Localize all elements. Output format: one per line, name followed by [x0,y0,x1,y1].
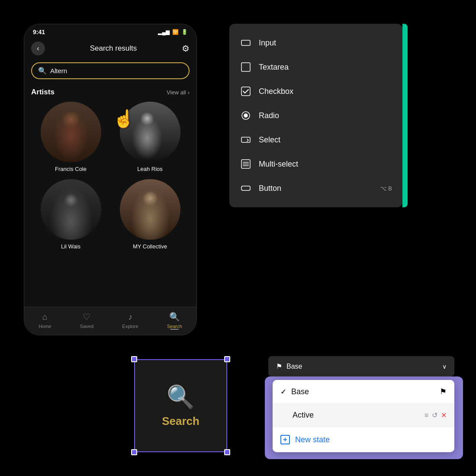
state-row-base[interactable]: ✓ Base ⚑ [273,380,454,404]
radio-label: Radio [259,111,279,120]
selection-handle-tr[interactable] [224,356,230,362]
state-header-label: Base [286,363,438,370]
dropdown-item-radio[interactable]: Radio [229,103,402,128]
search-component: 🔍 Search [134,359,227,452]
menu-icon[interactable]: ≡ [425,412,428,419]
search-component-label: Search [162,415,199,428]
nav-item-home[interactable]: ⌂ Home [39,312,51,329]
artist-avatar-1 [41,102,101,162]
selection-handle-bl[interactable] [131,449,137,455]
state-panel: ⚑ Base ∨ ✓ Base ⚑ Active ≡ ↺ ✕ [268,356,454,452]
state-row-active[interactable]: Active ≡ ↺ ✕ [273,404,454,427]
search-input-row[interactable]: 🔍 Altern [31,62,190,79]
svg-rect-10 [241,186,250,190]
artist-name-3: Lil Wais [61,243,80,250]
artist-item[interactable]: Leah Rios [114,102,186,172]
artist-name-4: MY Collective [133,243,167,250]
back-button[interactable]: ‹ [31,42,45,55]
select-icon [240,134,252,146]
artists-label: Artists [31,88,55,96]
flag-icon: ⚑ [276,362,282,370]
selection-handle-tl[interactable] [131,356,137,362]
artist-item[interactable]: Lil Wais [35,179,107,250]
reset-icon[interactable]: ↺ [432,411,437,419]
nav-label-search: Search [167,324,182,329]
delete-icon[interactable]: ✕ [441,411,447,419]
base-flag-icon: ⚑ [440,387,447,396]
chevron-right-icon: › [188,89,190,96]
checkbox-icon [240,85,252,97]
svg-rect-5 [241,137,250,142]
status-icons: ▂▄▆ 🛜 🔋 [158,29,188,35]
artist-item[interactable]: MY Collective [114,179,186,250]
status-bar: 9:41 ▂▄▆ 🛜 🔋 [24,24,196,38]
artist-item[interactable]: Francis Cole [35,102,107,172]
dropdown-item-textarea[interactable]: Textarea [229,55,402,79]
button-shortcut: ⌥ B [380,185,392,192]
state-row-actions: ≡ ↺ ✕ [425,411,447,419]
state-list-container: ✓ Base ⚑ Active ≡ ↺ ✕ + New state [273,380,454,452]
input-icon [240,37,252,49]
status-time: 9:41 [33,29,45,35]
phone-mockup: 9:41 ▂▄▆ 🛜 🔋 ‹ Search results ⚙ 🔍 Altern… [24,24,197,335]
radio-icon [240,109,252,122]
search-icon: 🔍 [38,67,47,75]
dropdown-item-multiselect[interactable]: Multi-select [229,152,402,176]
textarea-label: Textarea [259,63,289,72]
artists-section: Artists View all › Francis Cole Leah Rio… [24,83,196,253]
artist-name-1: Francis Cole [55,166,87,172]
dropdown-item-button[interactable]: Button ⌥ B [229,176,402,200]
explore-icon: ♪ [128,312,132,322]
nav-active-indicator [170,329,179,330]
search-bar-area: 🔍 Altern [24,59,196,83]
search-big-icon: 🔍 [167,384,195,410]
checkbox-label: Checkbox [259,87,293,96]
nav-label-explore: Explore [122,324,138,329]
search-component-inner: 🔍 Search [134,359,227,452]
svg-point-4 [244,114,248,117]
checkmark-icon: ✓ [280,388,286,396]
multiselect-label: Multi-select [259,160,298,169]
search-nav-icon: 🔍 [169,312,180,322]
artists-row-header: Artists View all › [31,88,190,96]
state-list-wrapper: ✓ Base ⚑ Active ≡ ↺ ✕ + New state [268,380,454,452]
selection-handle-br[interactable] [224,449,230,455]
battery-icon: 🔋 [181,29,188,35]
dropdown-item-input[interactable]: Input [229,31,402,55]
phone-header: ‹ Search results ⚙ [24,38,196,59]
state-active-label: Active [280,411,419,420]
nav-item-explore[interactable]: ♪ Explore [122,312,138,329]
settings-icon[interactable]: ⚙ [182,43,190,54]
view-all-link[interactable]: View all › [167,89,190,96]
svg-rect-0 [241,40,250,45]
state-dropdown-header[interactable]: ⚑ Base ∨ [268,356,454,376]
artist-avatar-4 [120,179,180,240]
multiselect-icon [240,158,252,170]
textarea-icon [240,61,252,73]
artist-name-2: Leah Rios [137,166,163,172]
artist-avatar-3 [41,179,101,240]
dropdown-menu: Input Textarea Checkbox Radio [229,24,402,207]
artists-grid: Francis Cole Leah Rios Lil Wais MY Colle… [31,102,190,250]
new-state-label: New state [295,435,330,444]
nav-item-search[interactable]: 🔍 Search [167,312,182,329]
home-icon: ⌂ [42,312,48,322]
header-title: Search results [90,44,137,53]
signal-icon: ▂▄▆ [158,29,170,35]
state-base-label: Base [291,387,434,396]
nav-item-saved[interactable]: ♡ Saved [80,312,93,329]
wifi-icon: 🛜 [172,29,179,35]
select-label: Select [259,135,280,145]
nav-label-saved: Saved [80,324,93,329]
dropdown-item-checkbox[interactable]: Checkbox [229,79,402,103]
phone-nav: ⌂ Home ♡ Saved ♪ Explore 🔍 Search [24,307,196,335]
chevron-down-icon: ∨ [442,363,447,370]
button-label: Button [259,184,281,193]
plus-icon: + [280,435,290,444]
new-state-row[interactable]: + New state [273,427,454,452]
search-input[interactable]: Altern [50,67,183,74]
nav-label-home: Home [39,324,51,329]
dropdown-item-select[interactable]: Select [229,128,402,152]
button-icon [240,182,252,194]
input-label: Input [259,39,276,48]
